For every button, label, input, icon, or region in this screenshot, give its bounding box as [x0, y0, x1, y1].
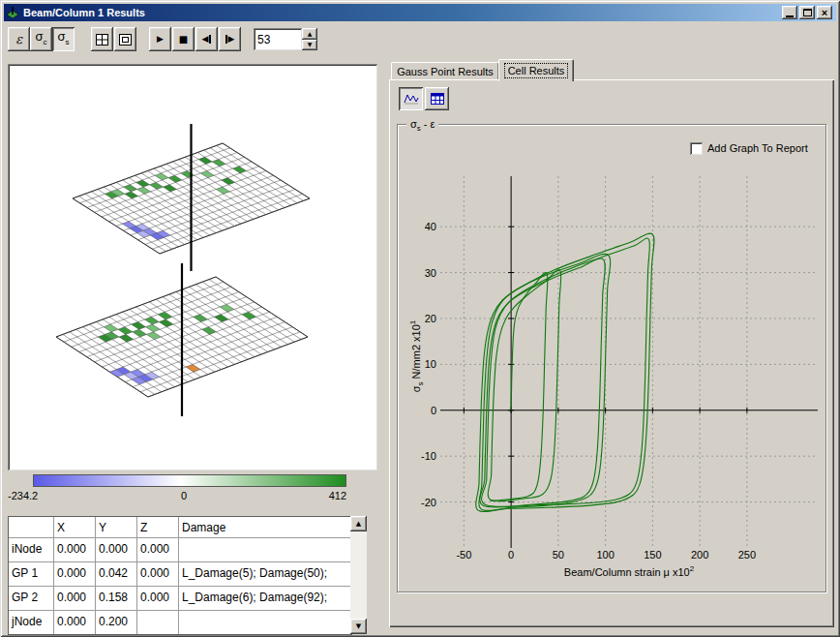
minimize-button[interactable] — [782, 6, 797, 19]
stop-icon: ■ — [179, 35, 188, 44]
tab-cell-results[interactable]: Cell Results — [498, 59, 574, 81]
tab-label-cell: Cell Results — [505, 64, 568, 77]
sigma-c-icon: σc — [35, 30, 46, 48]
table-cell-x: 0.000 — [54, 587, 95, 610]
step-back-button[interactable]: ◀ — [195, 27, 218, 51]
app-window: Beam/Column 1 Results × ε σc σs ▶ ■ ◀ — [0, 0, 840, 637]
x-axis-label: Beam/Column strain μ x102 — [503, 564, 755, 578]
window-controls: × — [782, 6, 832, 19]
table-cell-x: 0.000 — [54, 562, 95, 586]
table-cell-z — [137, 611, 178, 634]
sigma-s-button[interactable]: σs — [52, 27, 75, 51]
x-tick-label: -50 — [456, 549, 471, 561]
x-tick-label: 150 — [644, 549, 661, 561]
table-cell-y: 0.042 — [96, 562, 136, 586]
spin-down-button[interactable]: ▼ — [302, 40, 317, 51]
groupbox-title: σs - ε — [406, 118, 438, 133]
table-cell-damage: L_Damage(6); Damage(92); — [179, 587, 351, 610]
y-tick-label: -20 — [421, 497, 436, 508]
single-view-button[interactable] — [114, 27, 136, 51]
table-header-cell: Y — [96, 517, 136, 537]
hysteresis-loop-103 — [476, 254, 611, 511]
table-cell-y: 0.200 — [96, 611, 136, 634]
y-axis-label: σs N/mm2 x101 — [408, 288, 422, 424]
x-tick-label: 200 — [691, 549, 708, 561]
minimize-icon — [786, 15, 794, 17]
sigma-s-icon: σs — [57, 30, 69, 48]
color-scale-zero-label: 0 — [174, 490, 194, 501]
table-cell-x: 0.000 — [54, 611, 95, 634]
y-tick-label: 40 — [425, 221, 436, 232]
table-row-label: GP 1 — [9, 562, 53, 586]
table-view-button[interactable] — [425, 87, 449, 110]
x-tick-label: 0 — [508, 549, 514, 561]
step-forward-icon: ▶ — [228, 35, 235, 44]
table-header-cell — [9, 517, 53, 537]
table-header-cell: Damage — [179, 517, 351, 537]
table-cell-y: 0.000 — [96, 538, 136, 561]
window-title: Beam/Column 1 Results — [23, 7, 145, 18]
step-back-icon: ◀ — [202, 35, 209, 44]
y-tick-label: -10 — [421, 450, 436, 462]
table-cell-damage — [179, 611, 351, 634]
step-back-bar-icon — [209, 35, 211, 44]
stop-button[interactable]: ■ — [172, 27, 195, 51]
damage-color-scale — [33, 474, 346, 487]
strain-button[interactable]: ε — [8, 27, 30, 51]
table-scrollbar[interactable]: ▲ ▼ — [350, 516, 367, 634]
maximize-button[interactable] — [799, 6, 815, 19]
tab-label-gauss: Gauss Point Results — [397, 66, 494, 77]
y-tick-label: 30 — [425, 267, 436, 279]
table-cell-z: 0.000 — [137, 587, 178, 610]
frame-number-input[interactable] — [254, 28, 302, 50]
scroll-up-button[interactable]: ▲ — [350, 516, 367, 531]
y-tick-label: 20 — [425, 313, 436, 324]
add-graph-checkbox-label: Add Graph To Report — [707, 142, 808, 154]
table-row-label: jNode — [9, 611, 53, 634]
table-header-cell: X — [54, 517, 95, 537]
scroll-down-button[interactable]: ▼ — [350, 619, 367, 634]
frame-spinner: ▲ ▼ — [302, 28, 317, 50]
graph-view-button[interactable] — [399, 87, 423, 110]
play-button[interactable]: ▶ — [149, 27, 171, 51]
spin-up-button[interactable]: ▲ — [302, 28, 317, 40]
color-scale-max-label: 412 — [319, 490, 346, 501]
single-pane-icon — [119, 34, 132, 46]
table-row-label: iNode — [9, 538, 53, 561]
element-mesh-view[interactable] — [10, 66, 375, 469]
y-tick-label: 10 — [425, 358, 436, 370]
color-scale-min-label: -234.2 — [8, 490, 38, 501]
title-bar[interactable]: Beam/Column 1 Results × — [4, 4, 836, 21]
table-cell-z: 0.000 — [137, 562, 178, 586]
hysteresis-loop-146 — [482, 238, 650, 506]
table-cell-z: 0.000 — [137, 538, 178, 561]
x-tick-label: 50 — [553, 549, 564, 561]
epsilon-icon: ε — [15, 33, 22, 46]
table-cell-x: 0.000 — [54, 538, 95, 561]
maximize-icon — [803, 9, 812, 16]
table-header-cell: Z — [137, 517, 178, 537]
table-cell-damage: L_Damage(5); Damage(50); — [179, 562, 351, 586]
line-chart-icon — [404, 92, 419, 106]
data-table-icon — [431, 93, 444, 105]
sigma-c-button[interactable]: σc — [30, 27, 52, 51]
play-icon: ▶ — [157, 35, 164, 44]
close-button[interactable]: × — [817, 6, 832, 19]
four-pane-grid-icon — [96, 34, 108, 46]
gauss-point-table: XYZDamageiNode0.0000.0000.000GP 10.0000.… — [8, 516, 352, 635]
table-cell-damage — [179, 538, 351, 561]
add-graph-checkbox[interactable] — [690, 142, 703, 155]
x-tick-label: 250 — [738, 549, 756, 561]
hysteresis-loop-98 — [480, 258, 606, 507]
x-tick-label: 100 — [596, 549, 614, 561]
step-forward-button[interactable]: ▶ — [219, 27, 241, 51]
series-group — [476, 233, 654, 511]
app-icon — [6, 6, 19, 19]
stress-strain-chart: -50050100150200250-20-10010203040 — [399, 136, 825, 583]
tab-gauss-point-results[interactable]: Gauss Point Results — [391, 62, 499, 80]
hysteresis-loop-150 — [479, 233, 654, 510]
y-tick-label: 0 — [431, 405, 436, 416]
table-cell-y: 0.158 — [96, 587, 136, 610]
grid-view-button[interactable] — [91, 27, 113, 51]
table-row-label: GP 2 — [9, 587, 53, 610]
